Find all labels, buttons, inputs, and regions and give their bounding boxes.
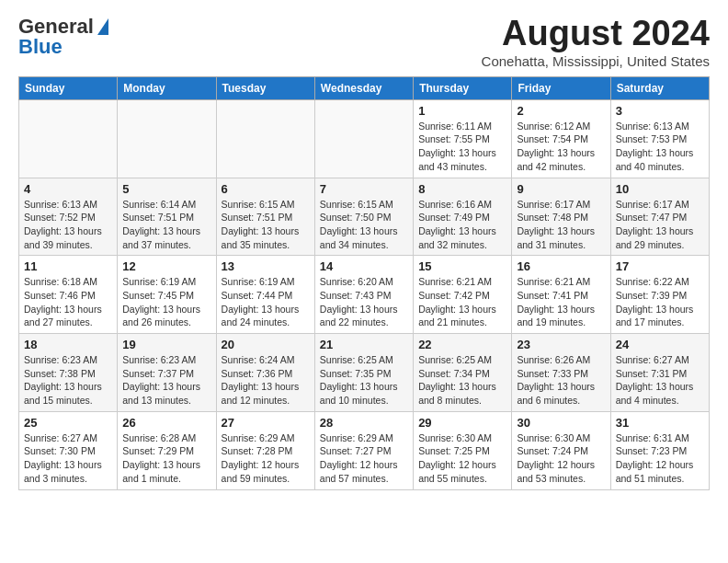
calendar-day-cell: 30Sunrise: 6:30 AM Sunset: 7:24 PM Dayli… — [512, 411, 610, 489]
day-info: Sunrise: 6:13 AM Sunset: 7:53 PM Dayligh… — [616, 120, 704, 174]
day-of-week-header: Tuesday — [216, 76, 314, 99]
day-number: 22 — [418, 338, 506, 351]
day-info: Sunrise: 6:21 AM Sunset: 7:41 PM Dayligh… — [517, 275, 605, 329]
day-info: Sunrise: 6:19 AM Sunset: 7:45 PM Dayligh… — [122, 275, 210, 329]
day-info: Sunrise: 6:15 AM Sunset: 7:50 PM Dayligh… — [320, 198, 408, 252]
calendar-day-cell: 27Sunrise: 6:29 AM Sunset: 7:28 PM Dayli… — [216, 411, 314, 489]
logo-icon — [97, 18, 108, 35]
day-info: Sunrise: 6:23 AM Sunset: 7:37 PM Dayligh… — [122, 353, 210, 408]
day-number: 8 — [418, 182, 506, 196]
day-number: 10 — [616, 182, 704, 196]
calendar-day-cell: 22Sunrise: 6:25 AM Sunset: 7:34 PM Dayli… — [414, 334, 512, 412]
day-info: Sunrise: 6:23 AM Sunset: 7:38 PM Dayligh… — [24, 353, 112, 408]
day-info: Sunrise: 6:29 AM Sunset: 7:28 PM Dayligh… — [222, 431, 310, 486]
calendar-day-cell: 6Sunrise: 6:15 AM Sunset: 7:51 PM Daylig… — [216, 178, 314, 256]
calendar-day-cell: 23Sunrise: 6:26 AM Sunset: 7:33 PM Dayli… — [512, 334, 610, 412]
day-info: Sunrise: 6:31 AM Sunset: 7:23 PM Dayligh… — [616, 431, 704, 486]
day-info: Sunrise: 6:30 AM Sunset: 7:24 PM Dayligh… — [517, 431, 605, 486]
calendar-day-cell: 9Sunrise: 6:17 AM Sunset: 7:48 PM Daylig… — [512, 178, 610, 256]
day-of-week-header: Thursday — [414, 76, 512, 99]
calendar-day-cell: 20Sunrise: 6:24 AM Sunset: 7:36 PM Dayli… — [216, 334, 314, 412]
calendar-day-cell: 2Sunrise: 6:12 AM Sunset: 7:54 PM Daylig… — [512, 99, 610, 178]
page-header: General Blue August 2024 Conehatta, Miss… — [18, 15, 710, 69]
day-number: 25 — [24, 416, 112, 430]
calendar-week-row: 18Sunrise: 6:23 AM Sunset: 7:38 PM Dayli… — [19, 334, 710, 412]
calendar-header-row: SundayMondayTuesdayWednesdayThursdayFrid… — [19, 76, 710, 99]
calendar-day-cell: 16Sunrise: 6:21 AM Sunset: 7:41 PM Dayli… — [512, 256, 610, 334]
day-info: Sunrise: 6:17 AM Sunset: 7:47 PM Dayligh… — [616, 198, 704, 252]
day-number: 19 — [122, 338, 210, 351]
day-number: 16 — [517, 259, 605, 273]
day-number: 9 — [517, 182, 605, 196]
calendar-day-cell: 14Sunrise: 6:20 AM Sunset: 7:43 PM Dayli… — [314, 256, 413, 334]
day-info: Sunrise: 6:19 AM Sunset: 7:44 PM Dayligh… — [222, 275, 310, 329]
day-number: 24 — [616, 338, 704, 351]
calendar-day-cell: 5Sunrise: 6:14 AM Sunset: 7:51 PM Daylig… — [118, 178, 216, 256]
day-of-week-header: Saturday — [610, 76, 709, 99]
day-info: Sunrise: 6:13 AM Sunset: 7:52 PM Dayligh… — [24, 198, 112, 252]
day-of-week-header: Sunday — [19, 76, 118, 99]
day-info: Sunrise: 6:12 AM Sunset: 7:54 PM Dayligh… — [517, 120, 605, 174]
calendar-day-cell — [19, 99, 118, 178]
calendar-day-cell: 19Sunrise: 6:23 AM Sunset: 7:37 PM Dayli… — [118, 334, 216, 412]
day-info: Sunrise: 6:28 AM Sunset: 7:29 PM Dayligh… — [122, 431, 210, 486]
calendar-week-row: 1Sunrise: 6:11 AM Sunset: 7:55 PM Daylig… — [19, 99, 710, 178]
day-number: 26 — [122, 416, 210, 430]
day-info: Sunrise: 6:17 AM Sunset: 7:48 PM Dayligh… — [517, 198, 605, 252]
day-info: Sunrise: 6:14 AM Sunset: 7:51 PM Dayligh… — [122, 198, 210, 252]
day-number: 2 — [517, 104, 605, 118]
day-number: 23 — [517, 338, 605, 351]
day-number: 5 — [122, 182, 210, 196]
day-info: Sunrise: 6:22 AM Sunset: 7:39 PM Dayligh… — [616, 275, 704, 329]
day-info: Sunrise: 6:29 AM Sunset: 7:27 PM Dayligh… — [320, 431, 408, 486]
calendar-day-cell: 12Sunrise: 6:19 AM Sunset: 7:45 PM Dayli… — [118, 256, 216, 334]
day-number: 31 — [616, 416, 704, 430]
day-of-week-header: Wednesday — [314, 76, 413, 99]
day-number: 6 — [222, 182, 310, 196]
calendar-day-cell: 31Sunrise: 6:31 AM Sunset: 7:23 PM Dayli… — [610, 411, 709, 489]
calendar-day-cell: 28Sunrise: 6:29 AM Sunset: 7:27 PM Dayli… — [314, 411, 413, 489]
calendar-day-cell: 29Sunrise: 6:30 AM Sunset: 7:25 PM Dayli… — [414, 411, 512, 489]
calendar-day-cell: 21Sunrise: 6:25 AM Sunset: 7:35 PM Dayli… — [314, 334, 413, 412]
day-number: 28 — [320, 416, 408, 430]
day-info: Sunrise: 6:25 AM Sunset: 7:35 PM Dayligh… — [320, 353, 408, 408]
day-info: Sunrise: 6:27 AM Sunset: 7:31 PM Dayligh… — [616, 353, 704, 408]
calendar-day-cell: 1Sunrise: 6:11 AM Sunset: 7:55 PM Daylig… — [414, 99, 512, 178]
calendar-day-cell: 26Sunrise: 6:28 AM Sunset: 7:29 PM Dayli… — [118, 411, 216, 489]
calendar-day-cell: 11Sunrise: 6:18 AM Sunset: 7:46 PM Dayli… — [19, 256, 118, 334]
day-number: 18 — [24, 338, 112, 351]
calendar-day-cell — [118, 99, 216, 178]
day-of-week-header: Friday — [512, 76, 610, 99]
day-info: Sunrise: 6:25 AM Sunset: 7:34 PM Dayligh… — [418, 353, 506, 408]
calendar-day-cell: 17Sunrise: 6:22 AM Sunset: 7:39 PM Dayli… — [610, 256, 709, 334]
day-number: 14 — [320, 259, 408, 273]
calendar-day-cell — [216, 99, 314, 178]
day-number: 15 — [418, 259, 506, 273]
day-number: 20 — [222, 338, 310, 351]
calendar-day-cell: 8Sunrise: 6:16 AM Sunset: 7:49 PM Daylig… — [414, 178, 512, 256]
day-of-week-header: Monday — [118, 76, 216, 99]
day-info: Sunrise: 6:20 AM Sunset: 7:43 PM Dayligh… — [320, 275, 408, 329]
day-info: Sunrise: 6:21 AM Sunset: 7:42 PM Dayligh… — [418, 275, 506, 329]
day-number: 1 — [418, 104, 506, 118]
calendar-day-cell: 25Sunrise: 6:27 AM Sunset: 7:30 PM Dayli… — [19, 411, 118, 489]
day-number: 29 — [418, 416, 506, 430]
calendar-day-cell — [314, 99, 413, 178]
calendar-day-cell: 7Sunrise: 6:15 AM Sunset: 7:50 PM Daylig… — [314, 178, 413, 256]
logo: General Blue — [18, 15, 108, 59]
calendar-week-row: 11Sunrise: 6:18 AM Sunset: 7:46 PM Dayli… — [19, 256, 710, 334]
day-info: Sunrise: 6:11 AM Sunset: 7:55 PM Dayligh… — [418, 120, 506, 174]
month-title-area: August 2024 Conehatta, Mississippi, Unit… — [482, 15, 710, 69]
calendar-day-cell: 13Sunrise: 6:19 AM Sunset: 7:44 PM Dayli… — [216, 256, 314, 334]
calendar-table: SundayMondayTuesdayWednesdayThursdayFrid… — [18, 76, 710, 490]
day-number: 4 — [24, 182, 112, 196]
day-info: Sunrise: 6:26 AM Sunset: 7:33 PM Dayligh… — [517, 353, 605, 408]
day-info: Sunrise: 6:16 AM Sunset: 7:49 PM Dayligh… — [418, 198, 506, 252]
day-number: 3 — [616, 104, 704, 118]
day-number: 7 — [320, 182, 408, 196]
calendar-day-cell: 24Sunrise: 6:27 AM Sunset: 7:31 PM Dayli… — [610, 334, 709, 412]
calendar-day-cell: 18Sunrise: 6:23 AM Sunset: 7:38 PM Dayli… — [19, 334, 118, 412]
calendar-day-cell: 10Sunrise: 6:17 AM Sunset: 7:47 PM Dayli… — [610, 178, 709, 256]
day-info: Sunrise: 6:15 AM Sunset: 7:51 PM Dayligh… — [222, 198, 310, 252]
day-number: 12 — [122, 259, 210, 273]
